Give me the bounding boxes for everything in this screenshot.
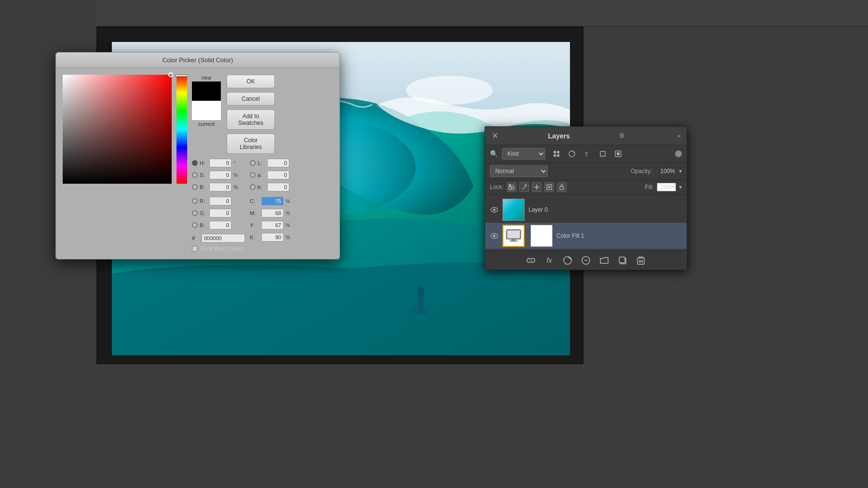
layers-close-button[interactable]: ✕ [491, 132, 499, 140]
layer-item[interactable]: Layer 0 [485, 197, 687, 223]
svg-rect-41 [619, 257, 625, 263]
lock-position-icon[interactable] [532, 182, 542, 192]
text-filter-icon[interactable]: T [582, 149, 593, 159]
only-web-colors-checkbox[interactable] [192, 246, 198, 252]
lock-label: Lock: [490, 184, 504, 190]
input-H[interactable]: 0 [209, 159, 231, 167]
radio-B[interactable] [192, 184, 198, 190]
color-swatch-area: new current [192, 75, 221, 127]
layers-title: Layers [548, 132, 570, 140]
lock-artboard-icon[interactable] [544, 182, 554, 192]
svg-rect-34 [507, 230, 520, 238]
input-L[interactable]: 0 [267, 159, 289, 167]
opacity-label: Opacity: [631, 168, 652, 175]
input-B[interactable]: 0 [209, 183, 231, 191]
cancel-button[interactable]: Cancel [227, 92, 275, 106]
input-a[interactable]: 0 [267, 171, 289, 179]
spectrum-marker [168, 72, 173, 77]
color-fill-1-thumbnail [502, 225, 525, 247]
opacity-dropdown-arrow[interactable]: ▾ [679, 168, 682, 175]
blend-mode-row: Normal Opacity: 100% ▾ [485, 163, 687, 180]
top-bar [0, 0, 868, 27]
input-G[interactable]: 0 [209, 209, 231, 217]
radio-G[interactable] [192, 210, 198, 216]
layer-item[interactable]: Color Fill 1 [485, 223, 687, 249]
input-B2[interactable]: 0 [209, 221, 231, 230]
new-group-icon[interactable] [599, 255, 610, 266]
layer-filter-toggle[interactable] [675, 150, 682, 157]
opacity-input[interactable]: 100% [656, 168, 675, 175]
blend-mode-select[interactable]: Normal [490, 165, 548, 177]
adjustment-filter-icon[interactable] [567, 149, 577, 159]
radio-b[interactable] [250, 184, 256, 190]
layer-0-name: Layer 0 [529, 206, 682, 213]
input-b[interactable]: 0 [267, 183, 289, 191]
input-S[interactable]: 0 [209, 171, 231, 179]
radio-B2[interactable] [192, 222, 198, 228]
input-M[interactable]: 68 [261, 209, 284, 217]
radio-L[interactable] [250, 160, 256, 166]
svg-point-23 [525, 184, 527, 186]
current-label: current [198, 121, 215, 127]
color-fill-1-visibility[interactable] [490, 231, 499, 240]
new-color-swatch [192, 81, 221, 101]
color-spectrum[interactable] [63, 75, 172, 184]
add-to-swatches-button[interactable]: Add to Swatches [227, 109, 275, 130]
layer-0-visibility[interactable] [490, 205, 499, 214]
svg-rect-28 [560, 187, 564, 190]
lock-transparent-icon[interactable] [507, 182, 516, 192]
svg-rect-10 [554, 151, 556, 153]
hue-slider[interactable] [176, 75, 187, 184]
svg-rect-19 [509, 184, 511, 187]
layers-menu-icon[interactable]: ≡ [619, 131, 624, 141]
layers-collapse-icon[interactable]: « [678, 133, 681, 139]
svg-rect-20 [512, 187, 514, 190]
only-web-colors-label: Only Web Colors [201, 245, 244, 252]
layers-list: Layer 0 Color Fill 1 [485, 195, 687, 251]
input-K[interactable]: 90 [261, 233, 284, 242]
hue-marker [175, 75, 189, 77]
svg-rect-16 [600, 151, 605, 156]
svg-rect-13 [557, 154, 559, 157]
layers-titlebar: ✕ Layers ≡ « [485, 127, 687, 145]
delete-layer-icon[interactable] [636, 255, 646, 266]
lock-all-icon[interactable] [557, 182, 567, 192]
layer-0-thumbnail [502, 199, 525, 221]
lock-row: Lock: Fill: 100% ▾ [485, 180, 687, 195]
svg-rect-11 [557, 151, 559, 153]
fill-dropdown-arrow[interactable]: ▾ [679, 184, 682, 190]
input-C[interactable]: 75 [261, 197, 284, 205]
kind-select[interactable]: Kind [502, 148, 545, 160]
fill-label: Fill: [645, 184, 654, 190]
new-layer-icon[interactable] [617, 255, 628, 266]
input-Y[interactable]: 67 [261, 221, 284, 230]
add-adjustment-icon[interactable] [562, 255, 573, 266]
svg-rect-35 [511, 239, 516, 241]
smart-filter-icon[interactable] [613, 149, 624, 159]
color-fill-1-name: Color Fill 1 [556, 232, 682, 239]
link-layers-icon[interactable] [526, 255, 536, 266]
color-fill-1-mask [530, 225, 553, 247]
ok-button[interactable]: OK [227, 75, 275, 88]
svg-rect-18 [617, 152, 620, 155]
filter-icons: T [551, 149, 624, 159]
radio-a[interactable] [250, 172, 256, 178]
pixel-filter-icon[interactable] [551, 149, 562, 159]
shape-filter-icon[interactable] [597, 149, 608, 159]
input-R[interactable]: 0 [209, 197, 231, 205]
radio-R[interactable] [192, 198, 198, 204]
svg-rect-21 [509, 187, 511, 190]
radio-S[interactable] [192, 172, 198, 178]
new-fill-adjustment-icon[interactable] [581, 255, 591, 266]
search-icon: 🔍 [490, 150, 498, 158]
radio-H[interactable] [192, 160, 198, 166]
hex-input[interactable]: 000000 [202, 234, 245, 243]
layers-panel: ✕ Layers ≡ « 🔍 Kind T [485, 126, 687, 270]
fill-input[interactable]: 100% [657, 183, 676, 191]
color-libraries-button[interactable]: Color Libraries [227, 134, 275, 154]
lock-image-icon[interactable] [519, 182, 529, 192]
svg-rect-36 [509, 241, 518, 242]
kind-filter-row: 🔍 Kind T [485, 145, 687, 163]
fx-icon[interactable]: fx [544, 255, 555, 266]
color-picker-title: Color Picker (Solid Color) [56, 53, 339, 68]
